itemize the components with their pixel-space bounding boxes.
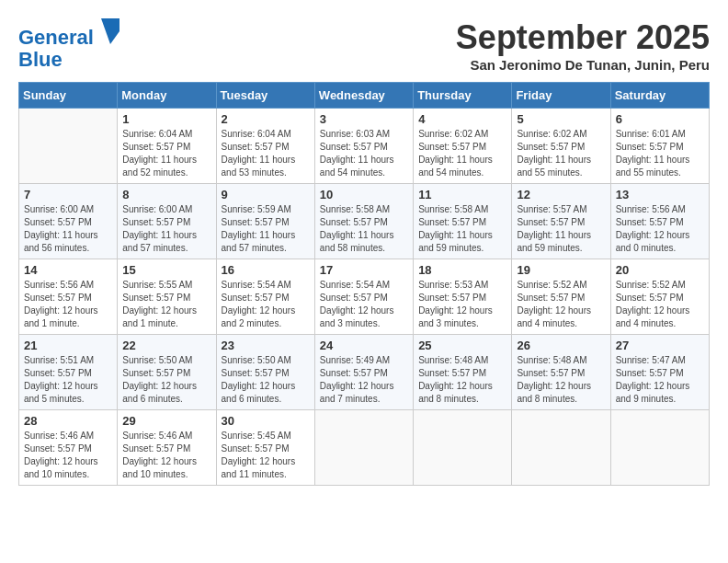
day-info: Sunrise: 5:54 AM Sunset: 5:57 PM Dayligh… [320, 279, 408, 330]
day-number: 28 [24, 414, 112, 428]
day-header-saturday: Saturday [610, 83, 709, 109]
month-title: September 2025 [456, 18, 710, 57]
calendar-cell: 6Sunrise: 6:01 AM Sunset: 5:57 PM Daylig… [610, 109, 709, 184]
day-info: Sunrise: 5:51 AM Sunset: 5:57 PM Dayligh… [24, 354, 112, 406]
day-number: 8 [122, 188, 210, 201]
calendar-cell: 14Sunrise: 5:56 AM Sunset: 5:57 PM Dayli… [19, 259, 118, 335]
day-info: Sunrise: 6:03 AM Sunset: 5:57 PM Dayligh… [320, 128, 408, 179]
day-number: 22 [122, 339, 210, 352]
calendar-cell: 24Sunrise: 5:49 AM Sunset: 5:57 PM Dayli… [314, 335, 413, 410]
day-info: Sunrise: 6:04 AM Sunset: 5:57 PM Dayligh… [222, 128, 310, 179]
day-number: 17 [320, 263, 408, 277]
calendar-cell: 9Sunrise: 5:59 AM Sunset: 5:57 PM Daylig… [216, 184, 314, 259]
day-number: 9 [222, 188, 310, 201]
day-number: 7 [24, 188, 112, 201]
calendar-week-row: 14Sunrise: 5:56 AM Sunset: 5:57 PM Dayli… [19, 259, 710, 335]
day-number: 15 [122, 263, 210, 277]
day-header-monday: Monday [118, 83, 216, 109]
day-info: Sunrise: 5:46 AM Sunset: 5:57 PM Dayligh… [122, 430, 210, 481]
calendar-cell: 4Sunrise: 6:02 AM Sunset: 5:57 PM Daylig… [414, 109, 512, 184]
day-number: 23 [222, 339, 310, 352]
day-header-wednesday: Wednesday [314, 83, 413, 109]
calendar-week-row: 28Sunrise: 5:46 AM Sunset: 5:57 PM Dayli… [19, 410, 710, 486]
svg-marker-0 [101, 18, 119, 44]
day-info: Sunrise: 5:45 AM Sunset: 5:57 PM Dayligh… [222, 430, 310, 481]
calendar-cell: 3Sunrise: 6:03 AM Sunset: 5:57 PM Daylig… [314, 109, 413, 184]
day-number: 21 [24, 339, 112, 352]
day-number: 1 [122, 112, 210, 126]
day-number: 30 [222, 414, 310, 428]
calendar-cell [314, 410, 413, 486]
calendar-cell: 20Sunrise: 5:52 AM Sunset: 5:57 PM Dayli… [610, 259, 709, 335]
calendar-cell: 27Sunrise: 5:47 AM Sunset: 5:57 PM Dayli… [610, 335, 709, 410]
day-info: Sunrise: 5:58 AM Sunset: 5:57 PM Dayligh… [418, 203, 506, 255]
calendar-cell: 13Sunrise: 5:56 AM Sunset: 5:57 PM Dayli… [610, 184, 709, 259]
logo-blue: Blue [18, 48, 63, 71]
title-block: September 2025 San Jeronimo De Tunan, Ju… [456, 18, 710, 73]
calendar-cell: 19Sunrise: 5:52 AM Sunset: 5:57 PM Dayli… [512, 259, 610, 335]
day-info: Sunrise: 6:01 AM Sunset: 5:57 PM Dayligh… [616, 128, 704, 179]
day-number: 20 [616, 263, 704, 277]
day-number: 3 [320, 112, 408, 126]
calendar-cell: 5Sunrise: 6:02 AM Sunset: 5:57 PM Daylig… [512, 109, 610, 184]
day-info: Sunrise: 6:02 AM Sunset: 5:57 PM Dayligh… [418, 128, 506, 179]
day-number: 16 [222, 263, 310, 277]
day-number: 13 [616, 188, 704, 201]
day-info: Sunrise: 6:02 AM Sunset: 5:57 PM Dayligh… [517, 128, 605, 179]
calendar-cell: 23Sunrise: 5:50 AM Sunset: 5:57 PM Dayli… [216, 335, 314, 410]
day-header-thursday: Thursday [414, 83, 512, 109]
day-info: Sunrise: 5:56 AM Sunset: 5:57 PM Dayligh… [616, 203, 704, 255]
day-info: Sunrise: 5:54 AM Sunset: 5:57 PM Dayligh… [222, 279, 310, 330]
day-number: 27 [616, 339, 704, 352]
day-header-friday: Friday [512, 83, 610, 109]
day-info: Sunrise: 5:50 AM Sunset: 5:57 PM Dayligh… [122, 354, 210, 406]
calendar-cell: 29Sunrise: 5:46 AM Sunset: 5:57 PM Dayli… [118, 410, 216, 486]
location: San Jeronimo De Tunan, Junin, Peru [456, 57, 710, 73]
day-info: Sunrise: 5:53 AM Sunset: 5:57 PM Dayligh… [418, 279, 506, 330]
calendar-cell: 18Sunrise: 5:53 AM Sunset: 5:57 PM Dayli… [414, 259, 512, 335]
day-number: 29 [122, 414, 210, 428]
day-info: Sunrise: 5:59 AM Sunset: 5:57 PM Dayligh… [222, 203, 310, 255]
logo-general: General [18, 26, 94, 49]
day-info: Sunrise: 5:47 AM Sunset: 5:57 PM Dayligh… [616, 354, 704, 406]
calendar-week-row: 21Sunrise: 5:51 AM Sunset: 5:57 PM Dayli… [19, 335, 710, 410]
day-number: 2 [222, 112, 310, 126]
day-info: Sunrise: 5:52 AM Sunset: 5:57 PM Dayligh… [517, 279, 605, 330]
day-info: Sunrise: 5:50 AM Sunset: 5:57 PM Dayligh… [222, 354, 310, 406]
day-number: 11 [418, 188, 506, 201]
day-number: 24 [320, 339, 408, 352]
calendar-cell: 1Sunrise: 6:04 AM Sunset: 5:57 PM Daylig… [118, 109, 216, 184]
day-number: 25 [418, 339, 506, 352]
calendar-cell [610, 410, 709, 486]
day-number: 10 [320, 188, 408, 201]
day-number: 26 [517, 339, 605, 352]
calendar-cell: 2Sunrise: 6:04 AM Sunset: 5:57 PM Daylig… [216, 109, 314, 184]
day-number: 12 [517, 188, 605, 201]
calendar-cell: 22Sunrise: 5:50 AM Sunset: 5:57 PM Dayli… [118, 335, 216, 410]
day-info: Sunrise: 5:58 AM Sunset: 5:57 PM Dayligh… [320, 203, 408, 255]
calendar-cell: 16Sunrise: 5:54 AM Sunset: 5:57 PM Dayli… [216, 259, 314, 335]
calendar-table: SundayMondayTuesdayWednesdayThursdayFrid… [18, 82, 710, 486]
calendar-cell: 8Sunrise: 6:00 AM Sunset: 5:57 PM Daylig… [118, 184, 216, 259]
day-number: 4 [418, 112, 506, 126]
calendar-cell: 11Sunrise: 5:58 AM Sunset: 5:57 PM Dayli… [414, 184, 512, 259]
calendar-cell: 21Sunrise: 5:51 AM Sunset: 5:57 PM Dayli… [19, 335, 118, 410]
calendar-cell: 12Sunrise: 5:57 AM Sunset: 5:57 PM Dayli… [512, 184, 610, 259]
day-info: Sunrise: 6:00 AM Sunset: 5:57 PM Dayligh… [122, 203, 210, 255]
day-info: Sunrise: 5:57 AM Sunset: 5:57 PM Dayligh… [517, 203, 605, 255]
day-info: Sunrise: 5:56 AM Sunset: 5:57 PM Dayligh… [24, 279, 112, 330]
day-info: Sunrise: 6:04 AM Sunset: 5:57 PM Dayligh… [122, 128, 210, 179]
logo-text: General Blue [18, 18, 119, 71]
day-header-tuesday: Tuesday [216, 83, 314, 109]
day-number: 14 [24, 263, 112, 277]
calendar-cell: 7Sunrise: 6:00 AM Sunset: 5:57 PM Daylig… [19, 184, 118, 259]
day-info: Sunrise: 6:00 AM Sunset: 5:57 PM Dayligh… [24, 203, 112, 255]
calendar-cell: 10Sunrise: 5:58 AM Sunset: 5:57 PM Dayli… [314, 184, 413, 259]
calendar-cell [19, 109, 118, 184]
calendar-cell: 25Sunrise: 5:48 AM Sunset: 5:57 PM Dayli… [414, 335, 512, 410]
page-header: General Blue September 2025 San Jeronimo… [18, 18, 710, 73]
day-info: Sunrise: 5:49 AM Sunset: 5:57 PM Dayligh… [320, 354, 408, 406]
day-info: Sunrise: 5:48 AM Sunset: 5:57 PM Dayligh… [418, 354, 506, 406]
calendar-week-row: 7Sunrise: 6:00 AM Sunset: 5:57 PM Daylig… [19, 184, 710, 259]
calendar-cell: 17Sunrise: 5:54 AM Sunset: 5:57 PM Dayli… [314, 259, 413, 335]
